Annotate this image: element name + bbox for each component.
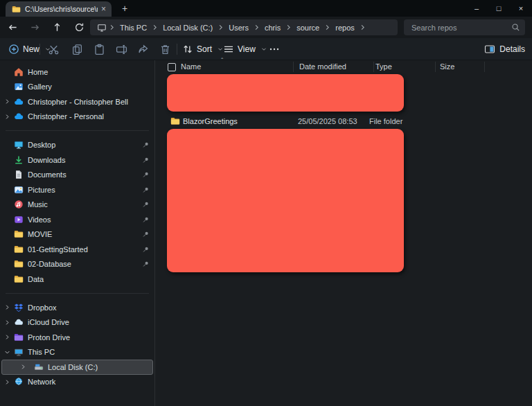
chevron-right-icon [218,24,224,30]
see-more-button[interactable] [266,41,283,58]
sidebar-item-videos[interactable]: Videos [0,212,154,227]
sidebar-item-documents[interactable]: Documents [0,168,154,183]
file-type: File folder [369,117,402,125]
forward-button[interactable] [27,19,42,35]
file-row[interactable]: BlazorGreetings25/05/2025 08:53File fold… [156,115,532,127]
breadcrumb-item[interactable]: Local Disk (C:) [158,24,218,32]
share-button[interactable] [132,41,153,58]
search-box[interactable] [404,19,525,35]
sidebar-item-christopher-personal[interactable]: Christopher - Personal [0,109,154,125]
back-button[interactable] [5,19,20,35]
column-divider[interactable] [293,62,294,72]
folder-icon [170,116,180,126]
sidebar-item-dropbox[interactable]: Dropbox [0,300,154,315]
explorer-tab[interactable]: C:\Users\chris\source\repos × [6,1,112,17]
sidebar-divider[interactable] [154,60,155,406]
sidebar-item-label: Christopher - Christopher Bell [28,98,128,106]
details-button[interactable]: Details [484,41,525,58]
sidebar-separator [0,124,154,138]
sidebar-item-label: This PC [28,348,55,356]
file-explorer-window: C:\Users\chris\source\repos × + – □ × Th… [0,0,532,406]
maximize-button[interactable]: □ [488,0,510,17]
details-button-label: Details [499,44,525,54]
close-tab-icon[interactable]: × [100,4,107,14]
gallery-icon [14,82,24,91]
drive-icon [34,362,44,372]
cut-button[interactable] [43,41,64,58]
sidebar-item-downloads[interactable]: Downloads [0,152,154,168]
chevron-right-icon[interactable] [4,98,10,105]
search-icon [511,23,520,32]
sidebar-item-home[interactable]: Home [0,64,154,80]
chevron-right-icon[interactable] [4,319,10,326]
pin-icon [142,215,150,223]
column-header-type[interactable]: Type [375,62,392,71]
new-tab-button[interactable]: + [118,1,132,15]
sidebar-item-icloud-drive[interactable]: iCloud Drive [0,315,154,330]
sidebar-item-desktop[interactable]: Desktop [0,138,154,153]
breadcrumb-item[interactable]: Users [224,24,254,32]
sidebar-item-gallery[interactable]: Gallery [0,80,154,95]
chevron-right-icon [152,24,158,30]
navigation-bar: This PCLocal Disk (C:)Userschrissourcere… [0,17,532,38]
rename-button[interactable] [111,41,132,58]
documents-icon [14,170,24,179]
search-input[interactable] [410,23,511,33]
sidebar-item-music[interactable]: Music [0,197,154,213]
sidebar-item-label: Dropbox [28,303,57,312]
sidebar-item-christopher-christopher-bell[interactable]: Christopher - Christopher Bell [0,94,154,109]
sidebar-item-02-database[interactable]: 02-Database [0,257,154,272]
pin-icon [142,261,150,268]
close-button[interactable]: × [510,0,532,17]
refresh-icon [74,22,85,33]
sidebar-item-local-disk-c[interactable]: Local Disk (C:) [1,360,153,375]
sidebar-item-network[interactable]: Network [0,375,154,390]
pin-icon [142,186,150,193]
chevron-down-icon[interactable] [4,349,10,355]
view-icon [223,44,234,55]
chevron-right-icon[interactable] [4,379,10,385]
sort-button[interactable]: Sort [182,41,223,58]
breadcrumbs: This PCLocal Disk (C:)Userschrissourcere… [115,24,366,32]
up-button[interactable] [49,19,64,35]
sidebar-item-label: 02-Database [28,260,71,268]
chevron-right-icon[interactable] [4,114,10,120]
sidebar-item-data[interactable]: Data [0,272,154,287]
column-header-name[interactable]: Name [181,62,201,71]
column-divider[interactable] [373,62,374,72]
column-divider[interactable] [435,62,436,72]
column-header-date-modified[interactable]: Date modified [299,62,346,71]
chevron-right-icon[interactable] [4,304,10,310]
view-button[interactable]: View [223,41,267,58]
column-header-size[interactable]: Size [440,62,454,71]
folder-icon [14,259,24,269]
chevron-right-icon[interactable] [20,364,26,370]
breadcrumb-item[interactable]: chris [260,24,285,32]
select-all-checkbox[interactable] [168,63,176,71]
delete-button[interactable] [154,41,175,58]
videos-icon [14,215,24,224]
breadcrumb-item[interactable]: This PC [115,24,152,32]
sidebar-item-01-gettingstarted[interactable]: 01-GettingStarted [0,242,154,257]
copy-button[interactable] [66,41,87,58]
minimize-button[interactable]: – [466,0,488,17]
column-divider[interactable] [484,62,485,72]
sidebar-item-movie[interactable]: MOVIE [0,227,154,242]
this-pc-icon [14,347,24,357]
paste-button[interactable] [89,41,109,58]
breadcrumb-item[interactable]: repos [330,24,360,32]
sidebar-item-label: Videos [28,215,51,224]
breadcrumb-item[interactable]: source [292,24,324,32]
sort-icon [182,44,193,55]
refresh-button[interactable] [71,19,87,35]
file-date-modified: 25/05/2025 08:53 [298,117,357,125]
address-bar[interactable]: This PCLocal Disk (C:)Userschrissourcere… [90,19,398,35]
chevron-right-icon[interactable] [4,334,10,340]
onedrive-icon [14,112,24,121]
sidebar-item-pictures[interactable]: Pictures [0,182,154,197]
chevron-right-icon [254,24,260,30]
sidebar-item-proton-drive[interactable]: Proton Drive [0,330,154,345]
rename-icon [116,44,127,55]
downloads-icon [14,155,24,165]
sidebar-item-this-pc[interactable]: This PC [0,345,154,360]
